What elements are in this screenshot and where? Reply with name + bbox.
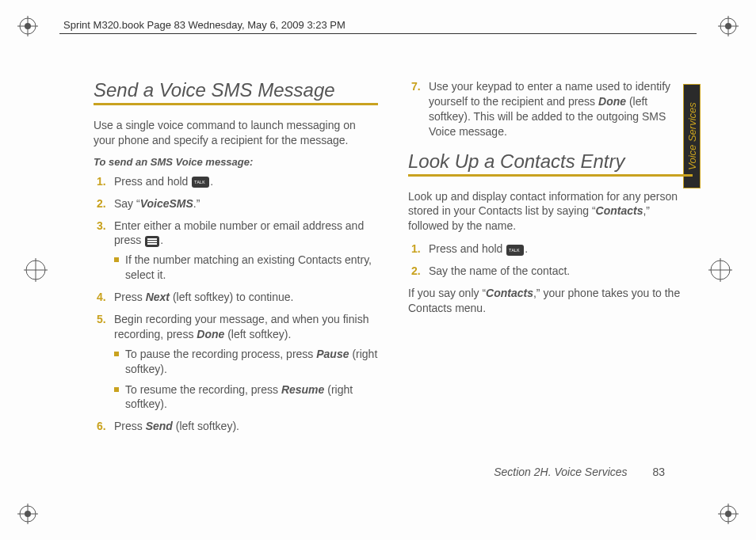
procedure-subhead: To send an SMS Voice message:: [94, 156, 378, 168]
registration-mark-icon: [708, 258, 732, 282]
menu-ok-key-icon: [145, 236, 159, 247]
step-item: Use your keypad to enter a name used to …: [411, 79, 693, 139]
crop-mark-icon: [17, 16, 38, 36]
page-number: 83: [652, 466, 665, 478]
intro-text: Look up and display contact information …: [408, 189, 693, 234]
step-item: Press Send (left softkey).: [97, 419, 378, 434]
framemaker-header: Sprint M320.book Page 83 Wednesday, May …: [63, 19, 346, 31]
step-item: Press Next (left softkey) to continue.: [97, 290, 378, 305]
step-item: Press and hold .: [97, 174, 378, 189]
section-heading-lookup-contacts: Look Up a Contacts Entry: [408, 150, 693, 177]
crop-mark-icon: [718, 504, 739, 524]
steps-list-continued: Use your keypad to enter a name used to …: [408, 79, 693, 139]
header-rule: [59, 33, 697, 34]
step-item: Say “VoiceSMS.”: [97, 196, 378, 211]
step-item: Enter either a mobile number or email ad…: [97, 219, 378, 283]
section-heading-voice-sms: Send a Voice SMS Message: [94, 79, 378, 105]
step-item: Press and hold .: [411, 241, 693, 257]
talk-key-icon: [192, 177, 209, 188]
sub-list: If the number matching an existing Conta…: [114, 253, 378, 283]
intro-text: Use a single voice command to launch mes…: [94, 118, 378, 148]
registration-mark-icon: [24, 258, 48, 282]
step-item: Begin recording your message, and when y…: [97, 312, 378, 412]
right-column: Use your keypad to enter a name used to …: [408, 79, 693, 485]
step-item: Say the name of the contact.: [411, 264, 693, 279]
crop-mark-icon: [718, 16, 739, 36]
sub-item: If the number matching an existing Conta…: [114, 253, 378, 283]
page-footer: Section 2H. Voice Services 83: [494, 466, 665, 478]
sub-item: To resume the recording, press Resume (r…: [114, 382, 378, 413]
sub-list: To pause the recording process, press Pa…: [114, 347, 378, 413]
steps-list: Press and hold . Say the name of the con…: [408, 241, 693, 279]
footer-section: Section 2H. Voice Services: [494, 466, 627, 478]
page-content: Send a Voice SMS Message Use a single vo…: [94, 79, 693, 485]
outro-text: If you say only “Contacts,” your phone t…: [408, 286, 693, 316]
steps-list: Press and hold . Say “VoiceSMS.” Enter e…: [94, 174, 378, 434]
crop-mark-icon: [17, 504, 38, 524]
sub-item: To pause the recording process, press Pa…: [114, 347, 378, 377]
talk-key-icon: [506, 245, 524, 256]
left-column: Send a Voice SMS Message Use a single vo…: [94, 79, 378, 485]
